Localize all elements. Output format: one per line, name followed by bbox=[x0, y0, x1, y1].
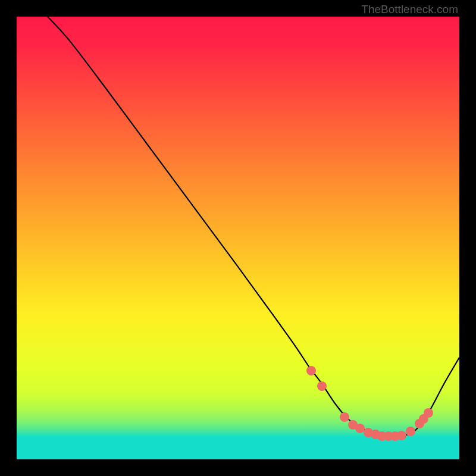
data-point bbox=[424, 408, 433, 418]
chart-frame: TheBottleneck.com bbox=[0, 0, 476, 476]
data-point bbox=[397, 431, 406, 440]
data-point bbox=[355, 424, 365, 433]
svg-rect-0 bbox=[17, 17, 459, 459]
watermark-text: TheBottleneck.com bbox=[361, 3, 458, 16]
data-point bbox=[306, 366, 316, 375]
plot-area bbox=[17, 17, 459, 459]
data-point bbox=[317, 381, 327, 391]
gradient-background bbox=[17, 17, 459, 459]
data-point bbox=[340, 412, 349, 422]
data-point bbox=[406, 427, 415, 436]
